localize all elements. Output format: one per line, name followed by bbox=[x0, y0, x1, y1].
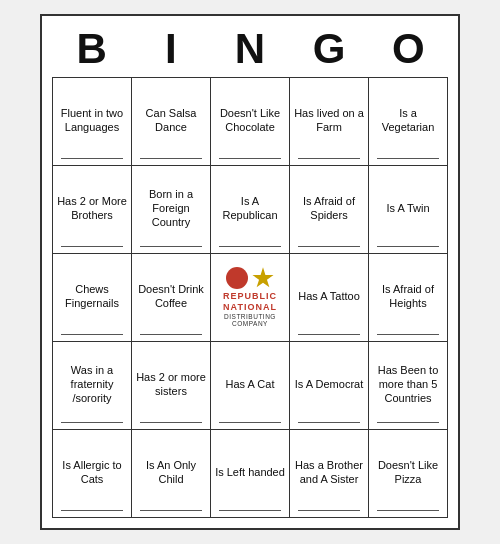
letter-b: B bbox=[55, 26, 129, 72]
bingo-cell-8: Is Afraid of Spiders bbox=[290, 166, 369, 254]
bingo-cell-2: Doesn't Like Chocolate bbox=[211, 78, 290, 166]
republic-text: REPUBLICNATIONAL bbox=[223, 291, 277, 313]
cell-text-0: Fluent in two Languages bbox=[56, 106, 128, 135]
cell-text-13: Has A Tattoo bbox=[298, 289, 360, 303]
cell-line-1 bbox=[140, 158, 202, 159]
letter-n: N bbox=[213, 26, 287, 72]
cell-text-20: Is Allergic to Cats bbox=[56, 458, 128, 487]
cell-text-4: Is a Vegetarian bbox=[372, 106, 444, 135]
letter-i: I bbox=[134, 26, 208, 72]
cell-text-9: Is A Twin bbox=[386, 201, 429, 215]
bingo-cell-19: Has Been to more than 5 Countries bbox=[369, 342, 448, 430]
cell-line-18 bbox=[298, 422, 360, 423]
cell-text-11: Doesn't Drink Coffee bbox=[135, 282, 207, 311]
cell-text-15: Was in a fraternity /sorority bbox=[56, 363, 128, 406]
cell-line-2 bbox=[219, 158, 281, 159]
cell-text-21: Is An Only Child bbox=[135, 458, 207, 487]
bingo-cell-13: Has A Tattoo bbox=[290, 254, 369, 342]
bingo-cell-17: Has A Cat bbox=[211, 342, 290, 430]
cell-line-13 bbox=[298, 334, 360, 335]
cell-text-18: Is A Democrat bbox=[295, 377, 363, 391]
cell-line-5 bbox=[61, 246, 123, 247]
cell-line-3 bbox=[298, 158, 360, 159]
cell-text-1: Can Salsa Dance bbox=[135, 106, 207, 135]
bingo-cell-9: Is A Twin bbox=[369, 166, 448, 254]
cell-line-17 bbox=[219, 422, 281, 423]
bingo-cell-21: Is An Only Child bbox=[132, 430, 211, 518]
cell-text-22: Is Left handed bbox=[215, 465, 285, 479]
bingo-cell-18: Is A Democrat bbox=[290, 342, 369, 430]
cell-line-19 bbox=[377, 422, 439, 423]
cell-line-15 bbox=[61, 422, 123, 423]
letter-g: G bbox=[292, 26, 366, 72]
cell-line-0 bbox=[61, 158, 123, 159]
bingo-grid: Fluent in two LanguagesCan Salsa DanceDo… bbox=[52, 77, 448, 518]
cell-text-2: Doesn't Like Chocolate bbox=[214, 106, 286, 135]
bingo-cell-10: Chews Fingernails bbox=[53, 254, 132, 342]
cell-line-4 bbox=[377, 158, 439, 159]
logo-circle bbox=[226, 267, 248, 289]
letter-o: O bbox=[371, 26, 445, 72]
republic-sub: DISTRIBUTING COMPANY bbox=[215, 313, 285, 327]
cell-text-10: Chews Fingernails bbox=[56, 282, 128, 311]
bingo-cell-20: Is Allergic to Cats bbox=[53, 430, 132, 518]
bingo-cell-16: Has 2 or more sisters bbox=[132, 342, 211, 430]
cell-line-16 bbox=[140, 422, 202, 423]
cell-text-23: Has a Brother and A Sister bbox=[293, 458, 365, 487]
cell-line-20 bbox=[61, 510, 123, 511]
bingo-cell-5: Has 2 or More Brothers bbox=[53, 166, 132, 254]
republic-logo: REPUBLICNATIONAL DISTRIBUTING COMPANY bbox=[215, 258, 285, 337]
cell-text-19: Has Been to more than 5 Countries bbox=[372, 363, 444, 406]
bingo-cell-15: Was in a fraternity /sorority bbox=[53, 342, 132, 430]
cell-text-14: Is Afraid of Heights bbox=[372, 282, 444, 311]
cell-line-11 bbox=[140, 334, 202, 335]
cell-line-8 bbox=[298, 246, 360, 247]
bingo-cell-0: Fluent in two Languages bbox=[53, 78, 132, 166]
cell-text-16: Has 2 or more sisters bbox=[135, 370, 207, 399]
bingo-cell-24: Doesn't Like Pizza bbox=[369, 430, 448, 518]
bingo-cell-11: Doesn't Drink Coffee bbox=[132, 254, 211, 342]
bingo-cell-7: Is A Republican bbox=[211, 166, 290, 254]
cell-line-14 bbox=[377, 334, 439, 335]
bingo-cell-6: Born in a Foreign Country bbox=[132, 166, 211, 254]
bingo-cell-14: Is Afraid of Heights bbox=[369, 254, 448, 342]
bingo-cell-22: Is Left handed bbox=[211, 430, 290, 518]
bingo-cell-12: REPUBLICNATIONAL DISTRIBUTING COMPANY bbox=[211, 254, 290, 342]
bingo-cell-23: Has a Brother and A Sister bbox=[290, 430, 369, 518]
cell-text-3: Has lived on a Farm bbox=[293, 106, 365, 135]
bingo-cell-1: Can Salsa Dance bbox=[132, 78, 211, 166]
cell-line-9 bbox=[377, 246, 439, 247]
bingo-cell-3: Has lived on a Farm bbox=[290, 78, 369, 166]
cell-text-24: Doesn't Like Pizza bbox=[372, 458, 444, 487]
cell-text-17: Has A Cat bbox=[226, 377, 275, 391]
bingo-cell-4: Is a Vegetarian bbox=[369, 78, 448, 166]
cell-text-8: Is Afraid of Spiders bbox=[293, 194, 365, 223]
cell-line-22 bbox=[219, 510, 281, 511]
bingo-card: B I N G O Fluent in two LanguagesCan Sal… bbox=[40, 14, 460, 529]
cell-line-7 bbox=[219, 246, 281, 247]
cell-line-24 bbox=[377, 510, 439, 511]
cell-text-6: Born in a Foreign Country bbox=[135, 187, 207, 230]
bingo-header: B I N G O bbox=[52, 26, 448, 72]
cell-line-6 bbox=[140, 246, 202, 247]
cell-line-23 bbox=[298, 510, 360, 511]
cell-line-21 bbox=[140, 510, 202, 511]
logo-flower bbox=[252, 267, 274, 289]
cell-line-10 bbox=[61, 334, 123, 335]
cell-text-7: Is A Republican bbox=[214, 194, 286, 223]
cell-text-5: Has 2 or More Brothers bbox=[56, 194, 128, 223]
